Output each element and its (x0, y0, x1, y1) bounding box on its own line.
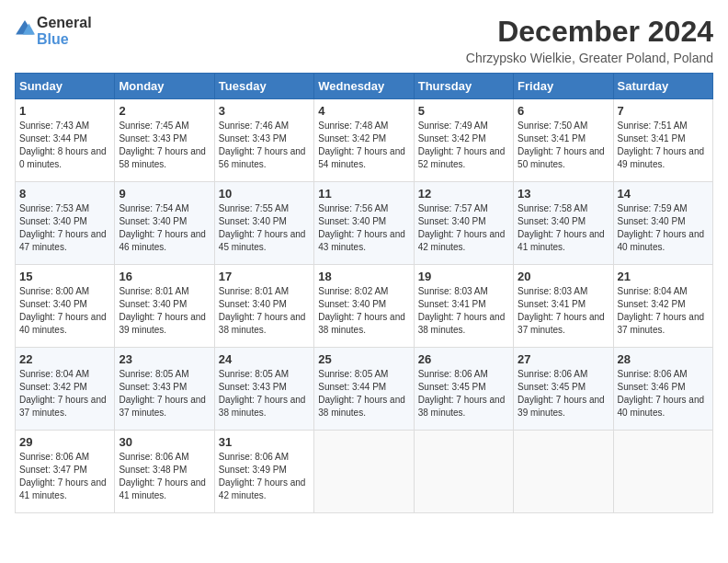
week-row-3: 15 Sunrise: 8:00 AMSunset: 3:40 PMDaylig… (16, 265, 713, 348)
day-info: Sunrise: 8:05 AMSunset: 3:43 PMDaylight:… (119, 369, 206, 418)
day-number: 30 (119, 435, 210, 449)
calendar-cell: 7 Sunrise: 7:51 AMSunset: 3:41 PMDayligh… (613, 99, 712, 182)
calendar-cell: 31 Sunrise: 8:06 AMSunset: 3:49 PMDaylig… (214, 431, 313, 513)
day-number: 28 (618, 352, 709, 366)
day-number: 31 (219, 435, 310, 449)
day-number: 27 (518, 352, 609, 366)
day-info: Sunrise: 7:56 AMSunset: 3:40 PMDaylight:… (318, 203, 405, 252)
calendar-cell: 1 Sunrise: 7:43 AMSunset: 3:44 PMDayligh… (16, 99, 115, 182)
header-friday: Friday (514, 74, 613, 99)
calendar-cell: 10 Sunrise: 7:55 AMSunset: 3:40 PMDaylig… (214, 182, 313, 265)
day-number: 15 (19, 270, 110, 283)
day-number: 23 (119, 352, 210, 366)
header-thursday: Thursday (414, 74, 513, 99)
day-info: Sunrise: 8:03 AMSunset: 3:41 PMDaylight:… (518, 286, 605, 335)
calendar-cell: 22 Sunrise: 8:04 AMSunset: 3:42 PMDaylig… (16, 348, 115, 431)
calendar-cell: 8 Sunrise: 7:53 AMSunset: 3:40 PMDayligh… (16, 182, 115, 265)
logo-icon (15, 19, 35, 40)
header-tuesday: Tuesday (214, 74, 313, 99)
day-info: Sunrise: 7:48 AMSunset: 3:42 PMDaylight:… (318, 121, 405, 169)
day-number: 22 (19, 352, 110, 366)
day-info: Sunrise: 8:04 AMSunset: 3:42 PMDaylight:… (19, 369, 107, 418)
day-number: 8 (19, 187, 110, 201)
day-number: 25 (318, 352, 409, 366)
day-info: Sunrise: 8:06 AMSunset: 3:47 PMDaylight:… (19, 452, 107, 500)
week-row-5: 29 Sunrise: 8:06 AMSunset: 3:47 PMDaylig… (16, 431, 713, 513)
calendar-table: SundayMondayTuesdayWednesdayThursdayFrid… (15, 73, 713, 513)
month-title: December 2024 (466, 15, 713, 49)
calendar-cell: 25 Sunrise: 8:05 AMSunset: 3:44 PMDaylig… (314, 348, 414, 431)
header-sunday: Sunday (16, 74, 115, 99)
day-number: 5 (418, 104, 509, 118)
day-number: 16 (119, 270, 210, 283)
day-number: 24 (219, 352, 310, 366)
calendar-cell: 6 Sunrise: 7:50 AMSunset: 3:41 PMDayligh… (514, 99, 613, 182)
day-number: 3 (219, 104, 310, 118)
calendar-cell: 30 Sunrise: 8:06 AMSunset: 3:48 PMDaylig… (115, 431, 214, 513)
day-number: 17 (219, 270, 310, 283)
day-info: Sunrise: 7:43 AMSunset: 3:44 PMDaylight:… (19, 121, 107, 169)
week-row-1: 1 Sunrise: 7:43 AMSunset: 3:44 PMDayligh… (16, 99, 713, 182)
calendar-cell: 18 Sunrise: 8:02 AMSunset: 3:40 PMDaylig… (314, 265, 414, 348)
header-wednesday: Wednesday (314, 74, 414, 99)
day-number: 11 (318, 187, 409, 201)
calendar-cell: 17 Sunrise: 8:01 AMSunset: 3:40 PMDaylig… (214, 265, 313, 348)
day-number: 14 (618, 187, 709, 201)
header: General Blue December 2024 Chrzypsko Wie… (15, 15, 713, 65)
day-number: 19 (418, 270, 509, 283)
day-number: 29 (19, 435, 110, 449)
calendar-cell: 23 Sunrise: 8:05 AMSunset: 3:43 PMDaylig… (115, 348, 214, 431)
day-info: Sunrise: 7:45 AMSunset: 3:43 PMDaylight:… (119, 121, 206, 169)
calendar-cell: 24 Sunrise: 8:05 AMSunset: 3:43 PMDaylig… (214, 348, 313, 431)
calendar-cell: 11 Sunrise: 7:56 AMSunset: 3:40 PMDaylig… (314, 182, 414, 265)
calendar-cell: 3 Sunrise: 7:46 AMSunset: 3:43 PMDayligh… (214, 99, 313, 182)
day-info: Sunrise: 8:06 AMSunset: 3:49 PMDaylight:… (219, 452, 306, 500)
calendar-cell: 13 Sunrise: 7:58 AMSunset: 3:40 PMDaylig… (514, 182, 613, 265)
calendar-cell: 28 Sunrise: 8:06 AMSunset: 3:46 PMDaylig… (613, 348, 712, 431)
day-info: Sunrise: 7:54 AMSunset: 3:40 PMDaylight:… (119, 203, 206, 252)
location-title: Chrzypsko Wielkie, Greater Poland, Polan… (466, 51, 713, 65)
day-info: Sunrise: 8:06 AMSunset: 3:45 PMDaylight:… (418, 369, 506, 418)
day-info: Sunrise: 8:03 AMSunset: 3:41 PMDaylight:… (418, 286, 506, 335)
day-info: Sunrise: 7:50 AMSunset: 3:41 PMDaylight:… (518, 121, 605, 169)
day-number: 4 (318, 104, 409, 118)
day-number: 2 (119, 104, 210, 118)
day-info: Sunrise: 8:05 AMSunset: 3:44 PMDaylight:… (318, 369, 405, 418)
day-number: 9 (119, 187, 210, 201)
day-number: 10 (219, 187, 310, 201)
day-info: Sunrise: 7:57 AMSunset: 3:40 PMDaylight:… (418, 203, 506, 252)
day-number: 21 (618, 270, 709, 283)
day-info: Sunrise: 8:01 AMSunset: 3:40 PMDaylight:… (219, 286, 306, 335)
day-info: Sunrise: 8:05 AMSunset: 3:43 PMDaylight:… (219, 369, 306, 418)
logo: General Blue (15, 15, 92, 48)
calendar-cell: 20 Sunrise: 8:03 AMSunset: 3:41 PMDaylig… (514, 265, 613, 348)
calendar-cell (314, 431, 414, 513)
day-info: Sunrise: 8:00 AMSunset: 3:40 PMDaylight:… (19, 286, 107, 335)
day-number: 26 (418, 352, 509, 366)
calendar-cell: 15 Sunrise: 8:00 AMSunset: 3:40 PMDaylig… (16, 265, 115, 348)
calendar-cell (514, 431, 613, 513)
day-number: 7 (618, 104, 709, 118)
week-row-4: 22 Sunrise: 8:04 AMSunset: 3:42 PMDaylig… (16, 348, 713, 431)
weekday-header-row: SundayMondayTuesdayWednesdayThursdayFrid… (16, 74, 713, 99)
day-info: Sunrise: 8:06 AMSunset: 3:45 PMDaylight:… (518, 369, 605, 418)
calendar-cell: 9 Sunrise: 7:54 AMSunset: 3:40 PMDayligh… (115, 182, 214, 265)
calendar-cell: 16 Sunrise: 8:01 AMSunset: 3:40 PMDaylig… (115, 265, 214, 348)
calendar-cell: 4 Sunrise: 7:48 AMSunset: 3:42 PMDayligh… (314, 99, 414, 182)
calendar-cell (414, 431, 513, 513)
calendar-cell: 19 Sunrise: 8:03 AMSunset: 3:41 PMDaylig… (414, 265, 513, 348)
week-row-2: 8 Sunrise: 7:53 AMSunset: 3:40 PMDayligh… (16, 182, 713, 265)
calendar-cell: 2 Sunrise: 7:45 AMSunset: 3:43 PMDayligh… (115, 99, 214, 182)
calendar-cell (613, 431, 712, 513)
calendar-cell: 21 Sunrise: 8:04 AMSunset: 3:42 PMDaylig… (613, 265, 712, 348)
day-info: Sunrise: 7:59 AMSunset: 3:40 PMDaylight:… (618, 203, 705, 252)
calendar-cell: 12 Sunrise: 7:57 AMSunset: 3:40 PMDaylig… (414, 182, 513, 265)
calendar-cell: 26 Sunrise: 8:06 AMSunset: 3:45 PMDaylig… (414, 348, 513, 431)
day-info: Sunrise: 7:51 AMSunset: 3:41 PMDaylight:… (618, 121, 705, 169)
calendar-cell: 29 Sunrise: 8:06 AMSunset: 3:47 PMDaylig… (16, 431, 115, 513)
day-info: Sunrise: 7:58 AMSunset: 3:40 PMDaylight:… (518, 203, 605, 252)
calendar-cell: 27 Sunrise: 8:06 AMSunset: 3:45 PMDaylig… (514, 348, 613, 431)
day-number: 13 (518, 187, 609, 201)
day-number: 1 (19, 104, 110, 118)
day-info: Sunrise: 7:46 AMSunset: 3:43 PMDaylight:… (219, 121, 306, 169)
